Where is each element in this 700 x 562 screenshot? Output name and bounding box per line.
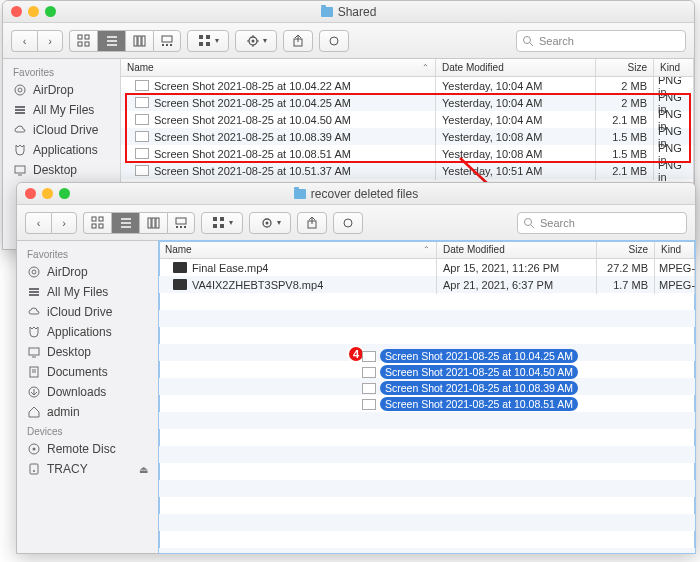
icon-view-button[interactable] bbox=[69, 30, 97, 52]
sidebar-item-label: Desktop bbox=[33, 163, 77, 177]
sidebar-item-tracy[interactable]: TRACY⏏ bbox=[17, 459, 158, 479]
table-row[interactable]: Screen Shot 2021-08-25 at 10.04.22 AMYes… bbox=[121, 77, 694, 94]
svg-rect-44 bbox=[148, 218, 151, 228]
svg-rect-8 bbox=[138, 36, 141, 46]
sidebar-item-label: Applications bbox=[33, 143, 98, 157]
share-button[interactable] bbox=[283, 30, 313, 52]
svg-rect-15 bbox=[206, 35, 210, 39]
list-view-button[interactable] bbox=[97, 30, 125, 52]
table-row[interactable]: Screen Shot 2021-08-25 at 10.08.39 AMYes… bbox=[121, 128, 694, 145]
minimize-icon[interactable] bbox=[28, 6, 39, 17]
forward-button[interactable]: › bbox=[37, 30, 63, 52]
col-name[interactable]: Name⌃ bbox=[121, 59, 436, 76]
col-date[interactable]: Date Modified bbox=[436, 59, 596, 76]
sidebar-item-desktop[interactable]: Desktop bbox=[17, 342, 158, 362]
sidebar-item-documents[interactable]: Documents bbox=[17, 362, 158, 382]
desktop-icon bbox=[27, 345, 41, 359]
sidebar-item-downloads[interactable]: Downloads bbox=[17, 382, 158, 402]
sidebar-item-icloud-drive[interactable]: iCloud Drive bbox=[3, 120, 120, 140]
file-date: Apr 21, 2021, 6:37 PM bbox=[437, 276, 597, 294]
view-segment[interactable] bbox=[69, 30, 181, 52]
sidebar-item-icloud-drive[interactable]: iCloud Drive bbox=[17, 302, 158, 322]
file-name: Screen Shot 2021-08-25 at 10.08.51 AM bbox=[154, 148, 351, 160]
search-input[interactable]: Search bbox=[517, 212, 687, 234]
col-kind[interactable]: Kind bbox=[654, 59, 694, 76]
sidebar-item-label: iCloud Drive bbox=[47, 305, 112, 319]
gallery-view-button[interactable] bbox=[153, 30, 181, 52]
zoom-icon[interactable] bbox=[45, 6, 56, 17]
apps-icon bbox=[27, 325, 41, 339]
arrange-button[interactable] bbox=[201, 212, 243, 234]
sidebar-item-all-my-files[interactable]: All My Files bbox=[3, 100, 120, 120]
list-view-button[interactable] bbox=[111, 212, 139, 234]
svg-rect-32 bbox=[15, 109, 25, 111]
svg-rect-9 bbox=[142, 36, 145, 46]
finder-window-recover: recover deleted files ‹ › Search Favorit… bbox=[16, 182, 696, 554]
svg-rect-0 bbox=[78, 35, 82, 39]
search-input[interactable]: Search bbox=[516, 30, 686, 52]
drag-proxy-item: Screen Shot 2021-08-25 at 10.04.25 AM bbox=[362, 348, 578, 364]
table-row[interactable]: Screen Shot 2021-08-25 at 10.51.37 AMYes… bbox=[121, 162, 694, 179]
column-view-button[interactable] bbox=[139, 212, 167, 234]
svg-rect-66 bbox=[29, 294, 39, 296]
svg-rect-67 bbox=[29, 348, 39, 355]
table-row[interactable]: Screen Shot 2021-08-25 at 10.04.25 AMYes… bbox=[121, 94, 694, 111]
file-name: Screen Shot 2021-08-25 at 10.04.25 AM bbox=[154, 97, 351, 109]
file-name: Screen Shot 2021-08-25 at 10.08.39 AM bbox=[154, 131, 351, 143]
eject-icon[interactable]: ⏏ bbox=[139, 464, 148, 475]
sidebar-item-applications[interactable]: Applications bbox=[3, 140, 120, 160]
svg-rect-40 bbox=[99, 224, 103, 228]
col-name[interactable]: Name⌃ bbox=[159, 241, 437, 258]
file-size: 1.5 MB bbox=[596, 128, 654, 146]
sidebar-item-desktop[interactable]: Desktop bbox=[3, 160, 120, 180]
column-headers[interactable]: Name⌃ Date Modified Size Kind bbox=[159, 241, 695, 259]
drag-proxy-item: Screen Shot 2021-08-25 at 10.08.51 AM bbox=[362, 396, 578, 412]
video-icon bbox=[173, 279, 187, 290]
share-button[interactable] bbox=[297, 212, 327, 234]
titlebar[interactable]: Shared bbox=[3, 1, 694, 23]
sidebar-item-all-my-files[interactable]: All My Files bbox=[17, 282, 158, 302]
action-button[interactable] bbox=[235, 30, 277, 52]
close-icon[interactable] bbox=[25, 188, 36, 199]
sidebar-item-admin[interactable]: admin bbox=[17, 402, 158, 422]
forward-button[interactable]: › bbox=[51, 212, 77, 234]
sidebar-item-airdrop[interactable]: AirDrop bbox=[3, 80, 120, 100]
col-date[interactable]: Date Modified bbox=[437, 241, 597, 258]
sidebar-item-label: Documents bbox=[47, 365, 108, 379]
file-size: 2 MB bbox=[596, 77, 654, 95]
table-row[interactable]: Screen Shot 2021-08-25 at 10.08.51 AMYes… bbox=[121, 145, 694, 162]
favorites-header: Favorites bbox=[3, 63, 120, 80]
action-button[interactable] bbox=[249, 212, 291, 234]
tags-button[interactable] bbox=[333, 212, 363, 234]
svg-rect-1 bbox=[85, 35, 89, 39]
zoom-icon[interactable] bbox=[59, 188, 70, 199]
column-view-button[interactable] bbox=[125, 30, 153, 52]
titlebar[interactable]: recover deleted files bbox=[17, 183, 695, 205]
arrange-button[interactable] bbox=[187, 30, 229, 52]
svg-rect-76 bbox=[30, 464, 38, 474]
minimize-icon[interactable] bbox=[42, 188, 53, 199]
sidebar-item-airdrop[interactable]: AirDrop bbox=[17, 262, 158, 282]
close-icon[interactable] bbox=[11, 6, 22, 17]
col-size[interactable]: Size bbox=[597, 241, 655, 258]
sidebar-item-applications[interactable]: Applications bbox=[17, 322, 158, 342]
tags-button[interactable] bbox=[319, 30, 349, 52]
back-button[interactable]: ‹ bbox=[25, 212, 51, 234]
column-headers[interactable]: Name⌃ Date Modified Size Kind bbox=[121, 59, 694, 77]
icon-view-button[interactable] bbox=[83, 212, 111, 234]
col-size[interactable]: Size bbox=[596, 59, 654, 76]
table-row[interactable]: Screen Shot 2021-08-25 at 10.04.50 AMYes… bbox=[121, 111, 694, 128]
view-segment[interactable] bbox=[83, 212, 195, 234]
drag-label: Screen Shot 2021-08-25 at 10.08.51 AM bbox=[380, 397, 578, 411]
col-kind[interactable]: Kind bbox=[655, 241, 695, 258]
gallery-view-button[interactable] bbox=[167, 212, 195, 234]
table-row[interactable]: Final Ease.mp4Apr 15, 2021, 11:26 PM27.2… bbox=[159, 259, 695, 276]
svg-rect-52 bbox=[220, 217, 224, 221]
file-date: Yesterday, 10:08 AM bbox=[436, 145, 596, 163]
svg-rect-14 bbox=[199, 35, 203, 39]
back-button[interactable]: ‹ bbox=[11, 30, 37, 52]
svg-rect-54 bbox=[220, 224, 224, 228]
table-row[interactable]: VA4IX2ZHEBT3SPV8.mp4Apr 21, 2021, 6:37 P… bbox=[159, 276, 695, 293]
image-icon bbox=[362, 351, 376, 362]
sidebar-item-remote-disc[interactable]: Remote Disc bbox=[17, 439, 158, 459]
